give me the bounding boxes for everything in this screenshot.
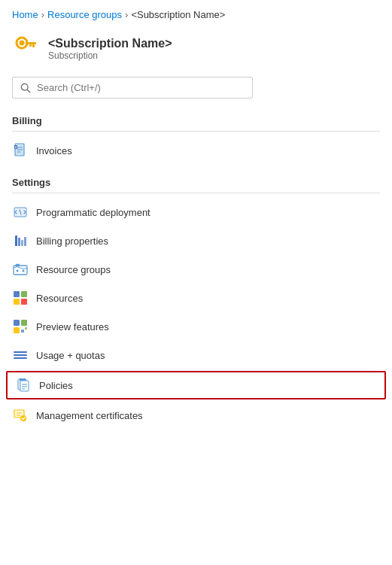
sidebar-item-resources[interactable]: Resources bbox=[0, 284, 392, 312]
resource-name: <Subscription Name> bbox=[48, 37, 172, 50]
svg-rect-39 bbox=[14, 357, 18, 359]
svg-rect-32 bbox=[21, 330, 24, 333]
sidebar-item-policies[interactable]: Policies bbox=[6, 371, 386, 399]
resource-groups-icon bbox=[12, 261, 29, 278]
billing-divider bbox=[12, 131, 380, 132]
policies-icon bbox=[15, 377, 32, 393]
svg-rect-18 bbox=[18, 238, 20, 246]
sidebar-item-billing-properties[interactable]: Billing properties bbox=[0, 226, 392, 255]
invoices-label: Invoices bbox=[36, 145, 72, 156]
svg-rect-22 bbox=[16, 264, 20, 266]
usage-quotas-icon bbox=[12, 347, 29, 363]
svg-rect-31 bbox=[14, 327, 20, 333]
resource-header: <Subscription Name> Subscription bbox=[0, 26, 392, 74]
svg-rect-2 bbox=[26, 42, 36, 44]
svg-rect-26 bbox=[21, 291, 27, 297]
svg-rect-44 bbox=[20, 381, 29, 391]
usage-quotas-label: Usage + quotas bbox=[36, 350, 105, 361]
programmatic-deployment-label: Programmatic deployment bbox=[36, 207, 150, 218]
resources-label: Resources bbox=[36, 293, 83, 304]
svg-rect-30 bbox=[21, 320, 27, 326]
sidebar-item-programmatic-deployment[interactable]: Programmatic deployment bbox=[0, 198, 392, 226]
svg-rect-33 bbox=[25, 327, 27, 330]
svg-rect-38 bbox=[14, 354, 24, 356]
svg-rect-3 bbox=[32, 44, 35, 47]
breadcrumb-sep1: › bbox=[41, 9, 44, 20]
breadcrumb-sep2: › bbox=[125, 9, 128, 20]
search-icon bbox=[20, 83, 31, 93]
svg-point-1 bbox=[20, 41, 25, 46]
policies-label: Policies bbox=[39, 380, 73, 391]
preview-features-icon bbox=[12, 318, 29, 335]
preview-features-label: Preview features bbox=[36, 321, 109, 333]
svg-rect-37 bbox=[14, 351, 20, 353]
svg-rect-27 bbox=[14, 299, 20, 305]
resource-type: Subscription bbox=[48, 50, 172, 61]
settings-section-label: Settings bbox=[0, 172, 392, 191]
management-certificates-label: Management certificates bbox=[36, 410, 143, 421]
billing-properties-label: Billing properties bbox=[36, 235, 108, 247]
svg-rect-4 bbox=[29, 44, 32, 47]
sidebar-item-management-certificates[interactable]: Management certificates bbox=[0, 401, 392, 430]
resources-icon bbox=[12, 290, 29, 306]
resource-info: <Subscription Name> Subscription bbox=[48, 37, 172, 61]
breadcrumb-current: <Subscription Name> bbox=[131, 9, 225, 20]
svg-rect-19 bbox=[21, 240, 23, 246]
sidebar-item-preview-features[interactable]: Preview features bbox=[0, 312, 392, 341]
subscription-icon bbox=[12, 32, 39, 65]
svg-rect-29 bbox=[14, 320, 20, 326]
resource-groups-label: Resource groups bbox=[36, 264, 111, 275]
settings-divider bbox=[12, 193, 380, 193]
sidebar-item-invoices[interactable]: Invoices bbox=[0, 136, 392, 165]
svg-point-23 bbox=[17, 270, 19, 272]
programmatic-deployment-icon bbox=[12, 204, 29, 220]
search-input[interactable] bbox=[37, 82, 245, 93]
svg-point-51 bbox=[20, 415, 26, 421]
management-certificates-icon bbox=[12, 407, 29, 424]
billing-properties-icon bbox=[12, 232, 29, 249]
breadcrumb-home[interactable]: Home bbox=[12, 9, 38, 20]
sidebar-item-resource-groups[interactable]: Resource groups bbox=[0, 255, 392, 284]
svg-rect-28 bbox=[21, 299, 27, 305]
svg-rect-20 bbox=[24, 237, 26, 246]
breadcrumb-resource-groups[interactable]: Resource groups bbox=[47, 9, 122, 20]
svg-rect-17 bbox=[15, 235, 17, 246]
search-bar[interactable] bbox=[12, 77, 253, 99]
svg-line-6 bbox=[27, 90, 30, 93]
breadcrumb: Home › Resource groups › <Subscription N… bbox=[0, 0, 392, 26]
svg-rect-25 bbox=[14, 291, 20, 297]
billing-section-label: Billing bbox=[0, 111, 392, 129]
svg-rect-12 bbox=[14, 145, 17, 149]
invoices-icon bbox=[12, 142, 29, 159]
sidebar-item-usage-quotas[interactable]: Usage + quotas bbox=[0, 341, 392, 369]
svg-point-24 bbox=[23, 270, 25, 272]
